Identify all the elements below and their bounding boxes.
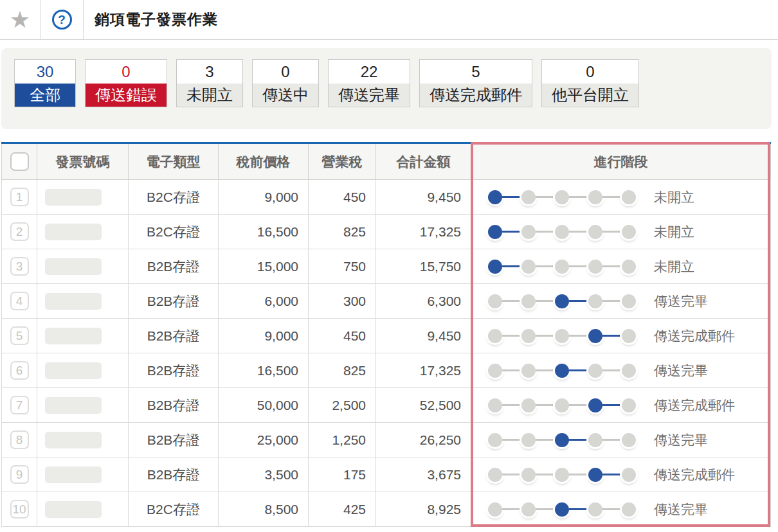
row-number-checkbox[interactable]: 10 <box>10 500 29 519</box>
stage-connector <box>536 369 555 371</box>
stage-connector <box>602 265 622 267</box>
col-header-total: 合計金額 <box>376 143 471 180</box>
stage-dot <box>622 433 636 447</box>
cell-invoice-no <box>37 215 129 249</box>
select-all-checkbox[interactable] <box>10 152 29 171</box>
stage-dot <box>622 260 636 274</box>
filter-button[interactable]: 5 傳送完成郵件 <box>419 59 532 107</box>
stage-connector <box>569 474 588 475</box>
cell-tax: 425 <box>309 492 376 527</box>
cell-total: 17,325 <box>376 353 471 388</box>
stage-stepper <box>488 329 636 343</box>
favorite-star-button[interactable]: ★ <box>0 0 40 39</box>
row-number-checkbox[interactable]: 5 <box>10 326 29 345</box>
cell-invoice-type: B2B存證 <box>129 319 219 353</box>
row-number-checkbox[interactable]: 4 <box>10 292 29 310</box>
stage-dot <box>521 502 536 517</box>
table-row: 3 B2B存證 15,000 750 15,750 未開立 <box>2 249 771 284</box>
cell-row-number: 6 <box>2 353 37 388</box>
table-row: 5 B2B存證 9,000 450 9,450 傳送完成郵件 <box>2 319 771 353</box>
invoice-number-redacted <box>45 362 102 379</box>
cell-pretax: 15,000 <box>219 249 309 284</box>
stage-dot <box>622 468 636 482</box>
col-header-stage: 進行階段 <box>471 143 771 180</box>
invoice-type: B2B存證 <box>147 294 200 308</box>
page-title: 銷項電子發票作業 <box>84 0 218 39</box>
invoice-type: B2C存證 <box>147 224 200 239</box>
filter-label: 傳送中 <box>253 84 318 107</box>
total-amount: 15,750 <box>420 259 461 274</box>
table-row: 9 B2B存證 3,500 175 3,675 傳送完成郵件 <box>2 457 771 492</box>
cell-tax: 450 <box>309 180 376 215</box>
stage-dot <box>622 329 636 343</box>
stage-stepper <box>488 260 636 274</box>
stage-dot <box>622 364 636 378</box>
stage-connector <box>502 439 521 441</box>
stage-dot <box>488 364 502 378</box>
stage-connector <box>502 335 521 337</box>
stage-dot <box>488 398 502 412</box>
row-number-checkbox[interactable]: 6 <box>10 361 29 380</box>
topbar: ★ ? 銷項電子發票作業 <box>0 0 778 40</box>
row-number-checkbox[interactable]: 1 <box>10 188 29 206</box>
row-number-checkbox[interactable]: 2 <box>10 222 29 241</box>
tax-amount: 2,500 <box>332 398 366 412</box>
filter-count: 5 <box>420 60 532 84</box>
filter-count: 0 <box>542 60 638 84</box>
stage-dot <box>555 225 569 239</box>
pretax-amount: 50,000 <box>257 398 298 412</box>
cell-invoice-type: B2B存證 <box>129 457 219 492</box>
stage-stepper <box>488 433 636 447</box>
stage-dot <box>588 294 602 308</box>
filter-button[interactable]: 3 未開立 <box>176 59 243 107</box>
invoice-number-redacted <box>45 328 102 344</box>
filter-button[interactable]: 30 全部 <box>14 59 76 107</box>
stage-label: 未開立 <box>654 188 694 206</box>
pretax-amount: 8,500 <box>264 502 298 517</box>
stage-label: 未開立 <box>654 223 694 241</box>
stage-connector <box>536 300 555 302</box>
stage-progress: 傳送完成郵件 <box>471 396 770 414</box>
stage-dot-active <box>555 433 569 447</box>
filter-button[interactable]: 0 傳送中 <box>252 59 319 107</box>
col-header-tax: 營業稅 <box>309 143 376 180</box>
table-header-row: 發票號碼 電子類型 稅前價格 營業稅 合計金額 進行階段 <box>2 143 771 180</box>
filter-button[interactable]: 0 傳送錯誤 <box>85 59 167 107</box>
cell-total: 6,300 <box>376 284 471 319</box>
invoice-number-redacted <box>45 224 102 240</box>
col-header-invoice-no: 發票號碼 <box>37 143 129 180</box>
cell-invoice-type: B2C存證 <box>129 492 219 527</box>
stage-progress: 傳送完畢 <box>471 292 770 310</box>
cell-stage: 傳送完成郵件 <box>471 457 771 492</box>
stage-label: 未開立 <box>654 258 694 276</box>
table-row: 6 B2B存證 16,500 825 17,325 傳送完畢 <box>2 353 771 388</box>
cell-pretax: 16,500 <box>219 215 309 249</box>
filter-button[interactable]: 22 傳送完畢 <box>328 59 410 107</box>
stage-connector <box>536 335 555 337</box>
cell-stage: 傳送完成郵件 <box>471 319 771 353</box>
filter-label: 傳送錯誤 <box>86 84 167 107</box>
cell-stage: 傳送完成郵件 <box>471 388 771 423</box>
stage-dot <box>488 468 502 482</box>
cell-invoice-no <box>37 457 129 492</box>
stage-dot <box>521 398 536 412</box>
row-number-checkbox[interactable]: 9 <box>10 465 29 484</box>
stage-progress: 傳送完成郵件 <box>471 466 770 484</box>
stage-label: 傳送完畢 <box>654 292 708 310</box>
cell-total: 26,250 <box>376 423 471 457</box>
filter-button[interactable]: 0 他平台開立 <box>541 59 639 107</box>
stage-dot <box>521 190 536 204</box>
cell-invoice-no <box>37 249 129 284</box>
stage-dot <box>555 260 569 274</box>
row-number-checkbox[interactable]: 7 <box>10 396 29 414</box>
stage-dot <box>622 225 636 239</box>
row-number-checkbox[interactable]: 3 <box>10 257 29 276</box>
tax-amount: 450 <box>343 328 366 343</box>
pretax-amount: 9,000 <box>264 328 298 343</box>
stage-dot <box>488 294 502 308</box>
help-button[interactable]: ? <box>41 0 83 39</box>
row-number-checkbox[interactable]: 8 <box>10 430 29 449</box>
stage-connector <box>502 196 521 198</box>
help-icon: ? <box>52 10 72 30</box>
stage-dot-active <box>555 502 569 517</box>
